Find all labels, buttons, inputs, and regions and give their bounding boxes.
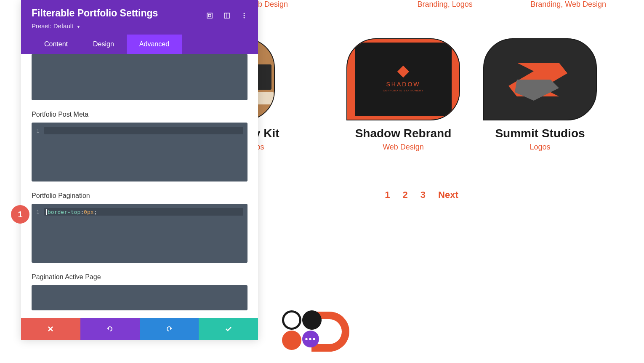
code-box-prev[interactable]: [32, 54, 247, 100]
logo-circles: •••: [282, 310, 324, 352]
portfolio-category[interactable]: Web Design: [346, 143, 460, 152]
undo-button[interactable]: [80, 318, 140, 340]
expand-icon[interactable]: [206, 10, 213, 17]
content-area: b Design Branding, Logos Branding, Web D…: [258, 0, 644, 200]
panel-header: Filterable Portfolio Settings Preset: De…: [21, 0, 258, 54]
text-cursor: [46, 209, 47, 215]
footer-logo: •••: [282, 310, 349, 352]
tab-content[interactable]: Content: [32, 35, 80, 54]
portfolio-thumb[interactable]: [483, 38, 597, 120]
code-box-pagination[interactable]: 1 border-top: 0px;: [32, 204, 247, 263]
portfolio-row: onary Kit Logos SHADOW CORPORATE STATION…: [258, 38, 623, 152]
layout-icon[interactable]: [224, 10, 230, 17]
page-link-next[interactable]: Next: [438, 190, 458, 200]
tab-advanced[interactable]: Advanced: [127, 35, 182, 54]
close-button[interactable]: [21, 318, 80, 340]
top-categories: b Design Branding, Logos Branding, Web D…: [258, 0, 623, 9]
save-button[interactable]: [199, 318, 258, 340]
preset-selector[interactable]: Preset: Default ▼: [32, 19, 247, 35]
svg-point-5: [244, 15, 245, 16]
redo-button[interactable]: [140, 318, 199, 340]
portfolio-title: Shadow Rebrand: [346, 127, 460, 140]
css-property: border-top: [48, 209, 80, 215]
shadow-logo-text: SHADOW: [386, 81, 420, 88]
line-number: 1: [32, 209, 44, 215]
callout-badge: 1: [11, 205, 29, 224]
panel-footer: [21, 318, 258, 340]
svg-point-6: [244, 17, 245, 18]
svg-rect-0: [207, 13, 212, 18]
code-line-empty[interactable]: [44, 127, 243, 134]
code-line-content[interactable]: border-top: 0px;: [44, 208, 243, 216]
page-link-2[interactable]: 2: [403, 190, 408, 200]
code-box-active-page[interactable]: [32, 285, 247, 310]
tab-design[interactable]: Design: [80, 35, 127, 54]
callout-number: 1: [18, 210, 22, 219]
category-link[interactable]: Branding, Web Design: [530, 0, 606, 9]
code-box-post-meta[interactable]: 1: [32, 123, 247, 182]
svg-rect-1: [208, 14, 211, 17]
category-link[interactable]: Branding, Logos: [418, 0, 473, 9]
preset-label: Preset:: [32, 22, 52, 29]
portfolio-thumb[interactable]: SHADOW CORPORATE STATIONERY: [346, 38, 460, 120]
svg-point-4: [244, 13, 245, 14]
caret-down-icon: ▼: [76, 24, 80, 29]
circle-icon: [282, 331, 301, 350]
svg-rect-16: [257, 92, 274, 104]
label-post-meta: Portfolio Post Meta: [32, 111, 247, 118]
category-link[interactable]: b Design: [258, 0, 288, 9]
portfolio-item[interactable]: SHADOW CORPORATE STATIONERY Shadow Rebra…: [346, 38, 460, 152]
dots-icon: •••: [305, 334, 316, 344]
page-link-3[interactable]: 3: [420, 190, 426, 200]
css-value: 0px: [84, 209, 93, 215]
shadow-logo-sub: CORPORATE STATIONERY: [383, 89, 424, 92]
diamond-icon: [397, 65, 409, 77]
page-link-1[interactable]: 1: [385, 190, 390, 200]
pagination: 1 2 3 Next: [220, 190, 623, 200]
label-pagination: Portfolio Pagination: [32, 192, 247, 200]
portfolio-item[interactable]: Summit Studios Logos: [483, 38, 597, 152]
settings-panel: Filterable Portfolio Settings Preset: De…: [21, 0, 258, 340]
portfolio-category[interactable]: Logos: [483, 143, 597, 152]
css-semi: ;: [94, 209, 97, 215]
shadow-card: SHADOW CORPORATE STATIONERY: [355, 43, 452, 116]
tabs: Content Design Advanced: [32, 35, 247, 54]
circle-icon: [302, 310, 322, 330]
preset-value: Default: [53, 22, 74, 29]
line-number: 1: [32, 128, 44, 134]
panel-title: Filterable Portfolio Settings: [32, 8, 158, 19]
portfolio-title: Summit Studios: [483, 127, 597, 140]
label-active-page: Pagination Active Page: [32, 273, 247, 281]
css-colon: :: [80, 209, 84, 215]
help-bubble-icon[interactable]: •••: [302, 331, 319, 347]
more-icon[interactable]: [241, 10, 247, 17]
circle-icon: [282, 310, 301, 330]
panel-body[interactable]: Portfolio Post Meta 1 Portfolio Paginati…: [21, 54, 258, 318]
